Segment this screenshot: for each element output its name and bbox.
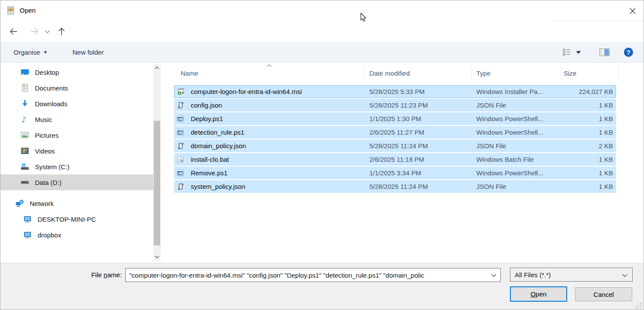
file-name: Deploy.ps1 <box>191 112 223 125</box>
file-type: Windows PowerShell... <box>476 167 543 179</box>
file-date-modified: 1/1/2025 3:34 PM <box>369 167 421 179</box>
file-row[interactable]: config.json5/28/2025 11:23 PMJSON File1 … <box>174 99 616 111</box>
resize-grip[interactable] <box>635 303 642 309</box>
sidebar-item-downloads[interactable]: Downloads <box>0 96 153 111</box>
file-date-modified: 5/28/2025 11:23 PM <box>369 99 428 111</box>
sidebar-item-label: Desktop <box>35 69 59 76</box>
pictures-icon <box>21 131 29 139</box>
column-divider[interactable] <box>471 66 472 80</box>
back-button[interactable] <box>7 25 20 38</box>
close-icon <box>628 7 637 15</box>
sidebar-item-label: dropbox <box>38 231 61 239</box>
file-name: Remove.ps1 <box>191 167 227 179</box>
sidebar-item-desktop[interactable]: Desktop <box>0 64 153 80</box>
sidebar-item-pictures[interactable]: Pictures <box>0 127 153 143</box>
file-name: install-clo.bat <box>191 153 229 166</box>
file-name: domain_policy.json <box>191 139 246 152</box>
file-type-dropdown[interactable]: All Files (*.*) <box>510 268 633 282</box>
msi-file-icon <box>177 88 184 95</box>
details-view-icon <box>563 49 571 56</box>
file-type: Windows PowerShell... <box>476 126 543 139</box>
open-file-dialog: Open This PC›Data (D:)›Software›CLO›Cust… <box>0 0 644 310</box>
close-button[interactable] <box>627 6 638 16</box>
sidebar-item-documents[interactable]: Documents <box>0 80 153 96</box>
open-button[interactable]: Open <box>510 286 567 302</box>
file-row[interactable]: Remove.ps11/1/2025 3:34 PMWindows PowerS… <box>174 167 616 179</box>
column-divider[interactable] <box>618 66 619 80</box>
file-type: JSON File <box>476 99 506 111</box>
sidebar-item-desktop-mini-pc[interactable]: DESKTOP-MINI-PC <box>0 211 153 227</box>
bat-file-icon: ⚙ <box>177 156 184 163</box>
change-view-button[interactable] <box>563 42 571 63</box>
footer-panel: File name: All Files (*.*) Open Cancel <box>0 263 644 310</box>
caret-down-icon <box>576 51 581 54</box>
file-size: 1 KB <box>599 153 613 166</box>
sort-ascending-icon <box>266 64 272 67</box>
drive-data-icon <box>21 178 29 187</box>
file-name-input[interactable] <box>126 268 491 282</box>
sidebar-item-dropbox[interactable]: dropbox <box>0 227 153 243</box>
network-icon <box>15 199 24 208</box>
cancel-button[interactable]: Cancel <box>575 287 632 301</box>
file-row[interactable]: domain_policy.json5/28/2025 11:24 PMJSON… <box>174 139 616 152</box>
recent-locations-button[interactable] <box>43 25 52 38</box>
file-date-modified: 5/28/2025 11:24 PM <box>369 139 428 152</box>
sidebar-item-label: System (C:) <box>35 163 69 171</box>
file-row[interactable]: detection_rule.ps12/6/2025 11:27 PMWindo… <box>174 126 616 139</box>
sidebar-item-label: Network <box>30 200 54 207</box>
column-header-type[interactable]: Type <box>476 65 491 81</box>
forward-button[interactable] <box>28 25 41 38</box>
file-date-modified: 5/28/2025 11:24 PM <box>369 180 428 193</box>
file-row[interactable]: Deploy.ps11/1/2025 1:30 PMWindows PowerS… <box>174 112 616 125</box>
preview-pane-button[interactable] <box>599 42 610 63</box>
file-row[interactable]: system_policy.json5/28/2025 11:24 PMJSON… <box>174 180 616 193</box>
file-type: Windows Batch File <box>476 153 534 166</box>
file-type-value: All Files (*.*) <box>510 271 551 279</box>
organise-button[interactable]: Organise ▼ <box>14 42 48 63</box>
navigation-row: This PC›Data (D:)›Software›CLO›Custom Pa… <box>0 21 644 42</box>
back-arrow-icon <box>8 26 19 37</box>
ps1-file-icon <box>177 129 184 136</box>
new-folder-button[interactable]: New folder <box>72 42 104 63</box>
svg-text:♪: ♪ <box>21 115 27 124</box>
sidebar-scrollbar[interactable] <box>153 64 161 261</box>
new-folder-label: New folder <box>72 49 104 56</box>
sidebar-item-network[interactable]: Network <box>0 195 153 211</box>
scroll-up-icon[interactable] <box>153 64 161 72</box>
file-row[interactable]: computer-logon-for-entra-id-win64.msi5/2… <box>174 85 616 98</box>
sidebar-item-videos[interactable]: Videos <box>0 143 153 159</box>
sidebar: DesktopDocumentsDownloads♪MusicPicturesV… <box>0 64 153 243</box>
column-header-size[interactable]: Size <box>564 65 576 81</box>
chevron-down-icon[interactable] <box>491 274 496 277</box>
sidebar-item-data-d-[interactable]: Data (D:) <box>0 174 153 190</box>
file-type: Windows Installer Pa... <box>476 85 543 98</box>
scroll-down-icon[interactable] <box>153 253 161 261</box>
file-row[interactable]: ⚙install-clo.bat2/6/2025 11:18 PMWindows… <box>174 153 616 166</box>
ps1-file-icon <box>177 115 184 122</box>
file-type: Windows PowerShell... <box>476 112 543 125</box>
up-button[interactable] <box>55 25 68 38</box>
file-name-combobox <box>125 268 501 282</box>
file-name: system_policy.json <box>191 180 245 193</box>
videos-icon <box>21 146 29 155</box>
column-header-date-modified[interactable]: Date modified <box>369 65 410 81</box>
column-divider[interactable] <box>561 66 561 80</box>
svg-text:?: ? <box>627 49 630 56</box>
preview-pane-icon <box>599 49 610 56</box>
sidebar-item-system-c-[interactable]: System (C:) <box>0 159 153 174</box>
dialog-icon <box>7 6 15 15</box>
file-name-label: File name: <box>0 268 122 282</box>
scrollbar-thumb[interactable] <box>154 121 160 245</box>
column-header-name[interactable]: Name <box>181 65 198 81</box>
sidebar-item-label: DESKTOP-MINI-PC <box>38 216 96 223</box>
help-button[interactable]: ? <box>623 42 634 63</box>
column-divider[interactable] <box>364 66 365 80</box>
file-list: computer-logon-for-entra-id-win64.msi5/2… <box>174 85 616 194</box>
desktop-icon <box>21 68 29 77</box>
file-date-modified: 5/28/2025 5:33 PM <box>369 85 425 98</box>
ps1-file-icon <box>177 169 184 177</box>
chevron-down-icon <box>45 30 50 34</box>
forward-arrow-icon <box>29 26 40 37</box>
sidebar-item-music[interactable]: ♪Music <box>0 111 153 127</box>
view-options-button[interactable] <box>576 42 581 63</box>
